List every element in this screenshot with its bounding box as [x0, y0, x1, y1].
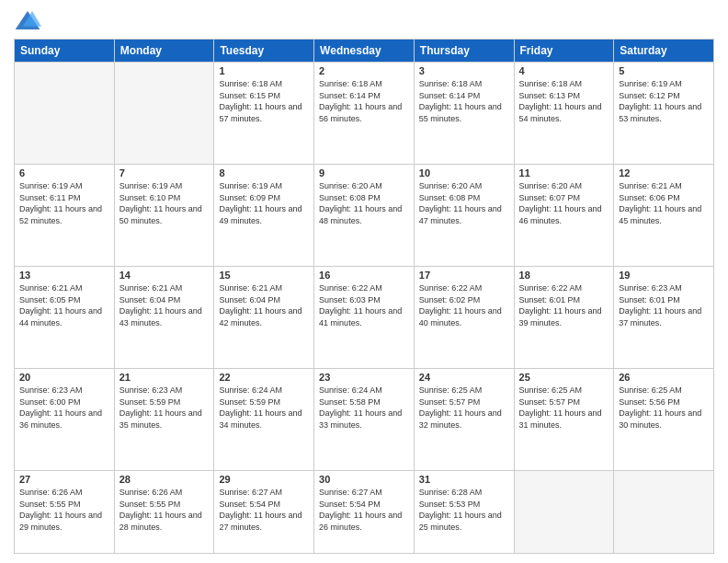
sunset-label: Sunset: 6:07 PM [519, 193, 581, 202]
sunset-label: Sunset: 6:15 PM [219, 91, 280, 100]
week-row-0: 1Sunrise: 6:18 AMSunset: 6:15 PMDaylight… [15, 63, 714, 165]
day-info: Sunrise: 6:27 AMSunset: 5:54 PMDaylight:… [319, 487, 409, 533]
calendar-cell: 14Sunrise: 6:21 AMSunset: 6:04 PMDayligh… [114, 266, 214, 368]
sunset-label: Sunset: 5:56 PM [619, 397, 680, 407]
sunset-label: Sunset: 5:58 PM [319, 397, 381, 407]
day-number: 14 [119, 270, 210, 281]
calendar-cell: 20Sunrise: 6:23 AMSunset: 6:00 PMDayligh… [15, 368, 115, 470]
sunset-label: Sunset: 6:13 PM [519, 91, 581, 100]
calendar-cell: 11Sunrise: 6:20 AMSunset: 6:07 PMDayligh… [514, 164, 614, 266]
day-info: Sunrise: 6:20 AMSunset: 6:08 PMDaylight:… [319, 180, 409, 226]
calendar-cell: 10Sunrise: 6:20 AMSunset: 6:08 PMDayligh… [414, 164, 514, 266]
sunset-label: Sunset: 6:14 PM [419, 91, 481, 100]
calendar-cell: 6Sunrise: 6:19 AMSunset: 6:11 PMDaylight… [15, 164, 115, 266]
day-number: 19 [619, 270, 709, 281]
sunrise-label: Sunrise: 6:25 AM [519, 385, 583, 395]
sunrise-label: Sunrise: 6:26 AM [119, 488, 183, 497]
day-info: Sunrise: 6:19 AMSunset: 6:12 PMDaylight:… [619, 78, 709, 124]
week-row-1: 6Sunrise: 6:19 AMSunset: 6:11 PMDaylight… [15, 164, 714, 266]
calendar-cell: 23Sunrise: 6:24 AMSunset: 5:58 PMDayligh… [314, 368, 415, 470]
sunrise-label: Sunrise: 6:18 AM [219, 79, 282, 88]
calendar-cell [614, 470, 714, 553]
sunset-label: Sunset: 6:12 PM [619, 91, 680, 100]
day-info: Sunrise: 6:25 AMSunset: 5:57 PMDaylight:… [419, 385, 509, 431]
sunset-label: Sunset: 5:59 PM [119, 397, 181, 407]
day-number: 1 [219, 65, 309, 76]
sunrise-label: Sunrise: 6:18 AM [319, 79, 382, 88]
daylight-label: Daylight: 11 hours and 40 minutes. [419, 306, 502, 327]
sunrise-label: Sunrise: 6:23 AM [619, 283, 682, 293]
calendar-cell: 31Sunrise: 6:28 AMSunset: 5:53 PMDayligh… [414, 470, 514, 553]
day-number: 20 [19, 372, 109, 383]
day-number: 29 [219, 474, 309, 485]
day-number: 13 [19, 270, 109, 281]
day-number: 9 [319, 167, 409, 178]
daylight-label: Daylight: 11 hours and 32 minutes. [419, 408, 502, 430]
day-info: Sunrise: 6:22 AMSunset: 6:03 PMDaylight:… [319, 282, 409, 328]
calendar-cell: 30Sunrise: 6:27 AMSunset: 5:54 PMDayligh… [314, 470, 415, 553]
sunrise-label: Sunrise: 6:21 AM [19, 283, 83, 293]
calendar-cell: 9Sunrise: 6:20 AMSunset: 6:08 PMDaylight… [314, 164, 415, 266]
calendar-cell: 16Sunrise: 6:22 AMSunset: 6:03 PMDayligh… [314, 266, 415, 368]
calendar-cell: 17Sunrise: 6:22 AMSunset: 6:02 PMDayligh… [414, 266, 514, 368]
week-row-3: 20Sunrise: 6:23 AMSunset: 6:00 PMDayligh… [15, 368, 714, 470]
sunset-label: Sunset: 5:54 PM [319, 500, 381, 509]
calendar-cell: 24Sunrise: 6:25 AMSunset: 5:57 PMDayligh… [414, 368, 514, 470]
day-info: Sunrise: 6:26 AMSunset: 5:55 PMDaylight:… [19, 487, 109, 533]
sunset-label: Sunset: 5:55 PM [19, 500, 81, 509]
day-number: 11 [519, 167, 609, 178]
weekday-header-saturday: Saturday [614, 40, 714, 63]
calendar-cell: 27Sunrise: 6:26 AMSunset: 5:55 PMDayligh… [15, 470, 115, 553]
sunrise-label: Sunrise: 6:22 AM [519, 283, 583, 293]
calendar-cell: 3Sunrise: 6:18 AMSunset: 6:14 PMDaylight… [414, 63, 514, 165]
calendar-cell [15, 63, 115, 165]
daylight-label: Daylight: 11 hours and 46 minutes. [519, 204, 602, 225]
calendar-table: SundayMondayTuesdayWednesdayThursdayFrid… [14, 39, 714, 554]
sunset-label: Sunset: 6:01 PM [519, 295, 581, 304]
daylight-label: Daylight: 11 hours and 49 minutes. [219, 204, 301, 225]
day-info: Sunrise: 6:21 AMSunset: 6:06 PMDaylight:… [619, 180, 709, 226]
sunrise-label: Sunrise: 6:21 AM [219, 283, 282, 293]
sunrise-label: Sunrise: 6:20 AM [519, 181, 583, 190]
day-number: 10 [419, 167, 509, 178]
sunrise-label: Sunrise: 6:19 AM [119, 181, 183, 190]
sunset-label: Sunset: 6:04 PM [219, 295, 280, 304]
day-info: Sunrise: 6:25 AMSunset: 5:57 PMDaylight:… [519, 385, 609, 431]
day-number: 24 [419, 372, 509, 383]
calendar-cell [114, 63, 214, 165]
day-number: 17 [419, 270, 509, 281]
sunrise-label: Sunrise: 6:27 AM [219, 488, 282, 497]
sunrise-label: Sunrise: 6:25 AM [619, 385, 682, 395]
daylight-label: Daylight: 11 hours and 37 minutes. [619, 306, 701, 327]
sunrise-label: Sunrise: 6:19 AM [219, 181, 282, 190]
calendar-cell: 7Sunrise: 6:19 AMSunset: 6:10 PMDaylight… [114, 164, 214, 266]
sunset-label: Sunset: 6:05 PM [19, 295, 81, 304]
calendar-cell: 1Sunrise: 6:18 AMSunset: 6:15 PMDaylight… [214, 63, 314, 165]
day-number: 15 [219, 270, 309, 281]
daylight-label: Daylight: 11 hours and 34 minutes. [219, 408, 301, 430]
day-info: Sunrise: 6:21 AMSunset: 6:04 PMDaylight:… [119, 282, 210, 328]
sunset-label: Sunset: 6:02 PM [419, 295, 481, 304]
sunset-label: Sunset: 5:59 PM [219, 397, 280, 407]
logo-icon [14, 9, 41, 31]
day-number: 3 [419, 65, 509, 76]
week-row-2: 13Sunrise: 6:21 AMSunset: 6:05 PMDayligh… [15, 266, 714, 368]
day-number: 4 [519, 65, 609, 76]
sunset-label: Sunset: 6:04 PM [119, 295, 181, 304]
sunset-label: Sunset: 6:08 PM [419, 193, 481, 202]
day-info: Sunrise: 6:22 AMSunset: 6:01 PMDaylight:… [519, 282, 609, 328]
daylight-label: Daylight: 11 hours and 53 minutes. [619, 102, 701, 123]
sunrise-label: Sunrise: 6:22 AM [319, 283, 382, 293]
day-info: Sunrise: 6:28 AMSunset: 5:53 PMDaylight:… [419, 487, 509, 533]
sunrise-label: Sunrise: 6:19 AM [619, 79, 682, 88]
daylight-label: Daylight: 11 hours and 57 minutes. [219, 102, 301, 123]
day-number: 5 [619, 65, 709, 76]
sunrise-label: Sunrise: 6:20 AM [319, 181, 382, 190]
day-number: 26 [619, 372, 709, 383]
sunrise-label: Sunrise: 6:24 AM [319, 385, 382, 395]
weekday-header-thursday: Thursday [414, 40, 514, 63]
daylight-label: Daylight: 11 hours and 41 minutes. [319, 306, 402, 327]
calendar-cell: 4Sunrise: 6:18 AMSunset: 6:13 PMDaylight… [514, 63, 614, 165]
sunrise-label: Sunrise: 6:22 AM [419, 283, 483, 293]
week-row-4: 27Sunrise: 6:26 AMSunset: 5:55 PMDayligh… [15, 470, 714, 553]
